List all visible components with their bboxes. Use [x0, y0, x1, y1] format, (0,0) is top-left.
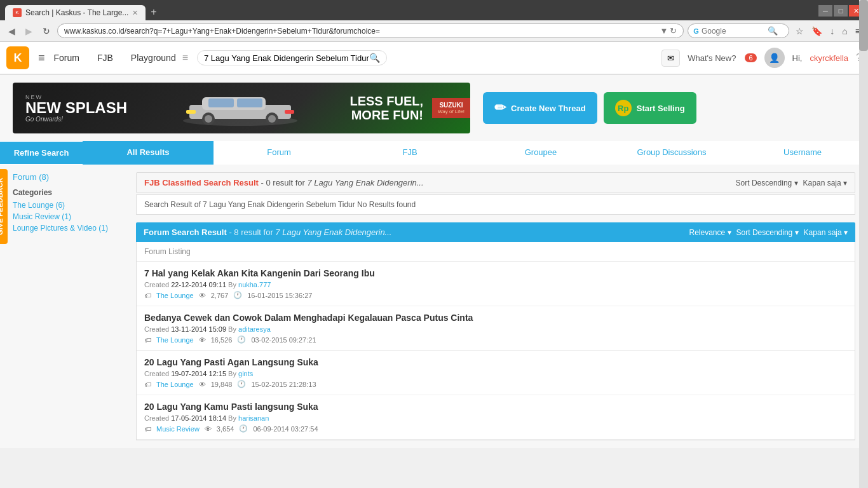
tab-username[interactable]: Username: [737, 141, 868, 165]
nav-more-icon[interactable]: ≡: [182, 52, 188, 64]
clock-icon-3: 🕐: [237, 380, 246, 388]
forum-relevance-button[interactable]: Relevance: [689, 228, 731, 237]
thread-author-4[interactable]: harisanan: [238, 414, 269, 422]
tab-favicon: K: [13, 8, 22, 17]
browser-search-icon[interactable]: 🔍: [768, 26, 778, 36]
create-new-thread-button[interactable]: ✏ Create New Thread: [483, 92, 597, 124]
thread-views-2: 16,526: [211, 336, 233, 344]
thread-category-4[interactable]: Music Review: [156, 425, 200, 433]
suzuki-brand: SUZUKI Way of Life!: [432, 98, 470, 118]
thread-lastpost-4: 06-09-2014 03:27:54: [253, 425, 318, 433]
thread-meta-1: Created 22-12-2014 09:11 By nukha.777: [144, 281, 847, 288]
back-button[interactable]: ◀: [5, 25, 18, 37]
thread-author-2[interactable]: aditaresya: [238, 325, 271, 333]
notification-button[interactable]: ✉: [661, 50, 680, 67]
fjb-query-text: 7 Lagu Yang Enak Didengerin...: [308, 178, 424, 187]
thread-date-4: 17-05-2014 18:14: [171, 414, 226, 422]
star-icon[interactable]: ☆: [793, 25, 806, 37]
nav-item-forum[interactable]: Forum: [51, 43, 82, 73]
tab-group-discussions[interactable]: Group Discussions: [606, 141, 737, 165]
clock-icon-2: 🕐: [237, 336, 246, 344]
minimize-button[interactable]: ─: [818, 5, 832, 17]
thread-category-1[interactable]: The Lounge: [156, 292, 194, 299]
fjb-sort-descending-button[interactable]: Sort Descending: [736, 179, 798, 187]
thread-lastpost-1: 16-01-2015 15:36:27: [247, 292, 312, 299]
download-icon[interactable]: ↓: [827, 25, 837, 37]
bookmark-star-icon[interactable]: ▼: [660, 26, 668, 36]
fjb-sort-controls: Sort Descending Kapan saja: [736, 179, 847, 187]
thread-title-2[interactable]: Bedanya Cewek dan Cowok Dalam Menghadapi…: [144, 313, 847, 323]
tab-fjb[interactable]: FJB: [344, 141, 475, 165]
tab-close-button[interactable]: ✕: [132, 9, 138, 17]
thread-title-3[interactable]: 20 Lagu Yang Pasti Agan Langsung Suka: [144, 357, 847, 367]
thread-date-1: 22-12-2014 09:11: [171, 281, 226, 288]
site-search-input[interactable]: [204, 53, 369, 63]
banner-slogan: LESS FUEL, MORE FUN!: [341, 88, 432, 128]
refresh-button[interactable]: ↻: [39, 25, 53, 37]
site-search-icon[interactable]: 🔍: [369, 53, 380, 63]
fjb-result-text: FJB Classified Search Result - 0 result …: [144, 178, 424, 187]
eye-icon-4: 👁: [205, 425, 212, 433]
kaskus-logo[interactable]: K: [6, 46, 29, 69]
thread-item: Bedanya Cewek dan Cowok Dalam Menghadapi…: [137, 306, 855, 351]
banner-product-name: NEW SPLASH: [25, 100, 127, 116]
fjb-time-filter-button[interactable]: Kapan saja: [803, 179, 847, 187]
sidebar-forum-count[interactable]: Forum (8): [13, 172, 127, 182]
maximize-button[interactable]: □: [834, 5, 848, 17]
thread-date-3: 19-07-2014 12:15: [171, 370, 226, 377]
forum-time-filter-button[interactable]: Kapan saja: [804, 228, 848, 237]
forum-result-prefix: - 8 result for: [229, 227, 275, 237]
whats-new-label[interactable]: What's New?: [688, 53, 736, 63]
thread-item: 7 Hal yang Kelak Akan Kita Kangenin Dari…: [137, 262, 855, 306]
sidebar-cat-lounge-pictures[interactable]: Lounge Pictures & Video (1): [13, 224, 127, 233]
site-search-box[interactable]: 🔍: [197, 50, 387, 65]
forward-button[interactable]: ▶: [22, 25, 36, 37]
nav-item-playground[interactable]: Playground: [128, 43, 179, 73]
scrollbar[interactable]: [859, 0, 868, 448]
tag-icon-2: 🏷: [144, 336, 151, 344]
scrollbar-thumb[interactable]: [859, 0, 868, 51]
user-avatar[interactable]: 👤: [764, 48, 785, 68]
sidebar-cat-the-lounge[interactable]: The Lounge (6): [13, 201, 127, 210]
rp-icon: Rp: [615, 100, 632, 116]
thread-lastpost-3: 15-02-2015 21:28:13: [251, 381, 316, 388]
thread-category-3[interactable]: The Lounge: [156, 381, 194, 388]
username-label[interactable]: ckyrckfella: [810, 53, 848, 63]
banner-product-text: NEW NEW SPLASH Go Onwards!: [13, 88, 140, 129]
whats-new-badge: 6: [745, 53, 756, 62]
thread-item: 20 Lagu Yang Kamu Pasti langsung Suka Cr…: [137, 395, 855, 440]
home-icon[interactable]: ⌂: [839, 25, 850, 37]
banner-slogan-line2: MORE FUN!: [349, 108, 423, 122]
nav-item-fjb[interactable]: FJB: [95, 43, 116, 73]
forum-sort-descending-button[interactable]: Sort Descending: [736, 228, 799, 237]
thread-title-4[interactable]: 20 Lagu Yang Kamu Pasti langsung Suka: [144, 402, 847, 412]
tag-icon-3: 🏷: [144, 381, 151, 388]
reload-icon[interactable]: ↻: [670, 26, 677, 36]
thread-title-1[interactable]: 7 Hal yang Kelak Akan Kita Kangenin Dari…: [144, 268, 847, 278]
thread-author-1[interactable]: nukha.777: [238, 281, 271, 288]
url-bar[interactable]: www.kaskus.co.id/search?q=7+Lagu+Yang+En…: [57, 24, 684, 38]
tab-groupee[interactable]: Groupee: [475, 141, 606, 165]
banner-slogan-line1: LESS FUEL,: [349, 94, 423, 108]
thread-author-3[interactable]: gints: [238, 370, 253, 377]
eye-icon-1: 👁: [199, 292, 206, 299]
hamburger-menu-icon[interactable]: ≡: [38, 51, 45, 65]
synced-tabs-icon[interactable]: 🔖: [809, 25, 825, 37]
thread-meta-4: Created 17-05-2014 18:14 By harisanan: [144, 414, 847, 422]
thread-views-1: 2,767: [211, 292, 229, 299]
refine-search-button[interactable]: Refine Search: [0, 142, 83, 164]
new-tab-button[interactable]: +: [146, 4, 161, 20]
start-selling-label: Start Selling: [637, 104, 685, 113]
tab-forum[interactable]: Forum: [214, 141, 344, 165]
sidebar-cat-music-review[interactable]: Music Review (1): [13, 212, 127, 221]
eye-icon-3: 👁: [199, 381, 206, 388]
feedback-tab[interactable]: GIVE FEEDBACK: [0, 169, 8, 244]
thread-category-2[interactable]: The Lounge: [156, 336, 194, 344]
suzuki-label: SUZUKI: [439, 102, 463, 109]
tab-all-results[interactable]: All Results: [83, 141, 214, 165]
forum-result-text: Forum Search Result - 8 result for 7 Lag…: [144, 227, 391, 237]
active-tab[interactable]: K Search | Kaskus - The Large... ✕: [5, 5, 146, 20]
browser-search-box[interactable]: G 🔍: [688, 24, 789, 38]
start-selling-button[interactable]: Rp Start Selling: [604, 92, 696, 124]
browser-search-input[interactable]: [702, 27, 765, 36]
